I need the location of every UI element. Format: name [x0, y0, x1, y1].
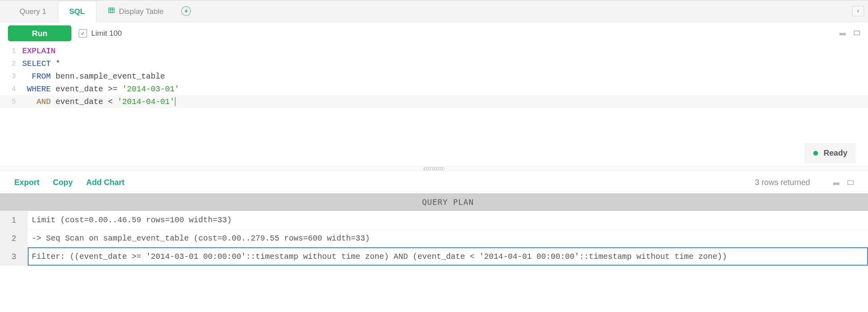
add-chart-button[interactable]: Add Chart [86, 178, 125, 187]
row-number: 3 [0, 247, 28, 266]
limit-checkbox[interactable]: ✓ [79, 29, 87, 38]
table-row[interactable]: 3Filter: ((event_date >= '2014-03-01 00:… [0, 247, 868, 266]
editor-window-controls [839, 30, 860, 37]
editor-line[interactable]: 4 WHERE event_date >= '2014-03-01' [0, 83, 868, 95]
code-content: SELECT * [22, 59, 60, 68]
rownum-header [0, 193, 28, 211]
maximize-editor-button[interactable] [854, 30, 860, 37]
tab-sql[interactable]: SQL [58, 1, 96, 22]
editor-line[interactable]: 1EXPLAIN [0, 44, 868, 57]
minimize-editor-button[interactable] [839, 30, 846, 37]
row-number: 2 [0, 229, 28, 247]
tab-display-table[interactable]: Display Table [96, 0, 175, 22]
tabs-bar: Query 1 SQL Display Table + [0, 0, 868, 22]
export-button[interactable]: Export [14, 178, 39, 187]
status-dot-icon [813, 151, 818, 156]
limit-checkbox-wrap[interactable]: ✓ Limit 100 [79, 29, 122, 38]
row-number: 1 [0, 211, 28, 229]
tab-label: SQL [69, 7, 85, 16]
copy-button[interactable]: Copy [53, 178, 73, 187]
query-toolbar: Run ✓ Limit 100 [0, 22, 868, 44]
tab-label: Display Table [119, 7, 164, 16]
editor-line[interactable]: 3 FROM benn.sample_event_table [0, 70, 868, 83]
status-chip: Ready [805, 143, 856, 163]
limit-label: Limit 100 [91, 29, 122, 38]
pane-splitter[interactable] [0, 166, 868, 171]
query-plan-cell[interactable]: Filter: ((event_date >= '2014-03-01 00:0… [28, 247, 868, 266]
minimize-results-button[interactable] [833, 178, 839, 187]
text-cursor [175, 97, 175, 106]
plus-icon: + [181, 6, 191, 16]
splitter-grip-icon [424, 167, 444, 170]
maximize-results-button[interactable] [847, 178, 854, 187]
query-plan-cell[interactable]: Limit (cost=0.00..46.59 rows=100 width=3… [28, 211, 868, 229]
tab-label: Query 1 [19, 7, 46, 16]
results-table: QUERY PLAN 1Limit (cost=0.00..46.59 rows… [0, 193, 868, 266]
line-number: 1 [0, 47, 22, 55]
status-label: Ready [824, 148, 847, 158]
table-row[interactable]: 2-> Seq Scan on sample_event_table (cost… [0, 229, 868, 247]
results-toolbar: Export Copy Add Chart 3 rows returned [0, 171, 868, 193]
line-number: 5 [0, 98, 22, 106]
tab-query1[interactable]: Query 1 [8, 0, 58, 22]
sql-editor[interactable]: 1EXPLAIN2SELECT *3 FROM benn.sample_even… [0, 44, 868, 108]
editor-line[interactable]: 5 AND event_date < '2014-04-01' [0, 95, 868, 108]
queryplan-header: QUERY PLAN [28, 193, 868, 211]
code-content: EXPLAIN [22, 46, 56, 56]
collapse-panel-button[interactable] [852, 6, 864, 16]
table-row[interactable]: 1Limit (cost=0.00..46.59 rows=100 width=… [0, 211, 868, 229]
status-row: Ready [0, 140, 868, 166]
line-number: 4 [0, 85, 22, 93]
code-content: AND event_date < '2014-04-01' [22, 97, 175, 106]
editor-blank [0, 108, 868, 140]
run-button[interactable]: Run [8, 25, 71, 41]
check-icon: ✓ [81, 30, 85, 37]
code-content: WHERE event_date >= '2014-03-01' [22, 85, 179, 94]
table-icon [108, 7, 115, 16]
code-content: FROM benn.sample_event_table [22, 72, 165, 81]
svg-rect-0 [109, 8, 114, 13]
editor-line[interactable]: 2SELECT * [0, 57, 868, 70]
line-number: 2 [0, 60, 22, 67]
query-plan-cell[interactable]: -> Seq Scan on sample_event_table (cost=… [28, 229, 868, 247]
results-window-controls [833, 178, 854, 187]
add-tab-button[interactable]: + [175, 0, 197, 22]
line-number: 3 [0, 72, 22, 80]
rows-returned-label: 3 rows returned [755, 178, 810, 187]
